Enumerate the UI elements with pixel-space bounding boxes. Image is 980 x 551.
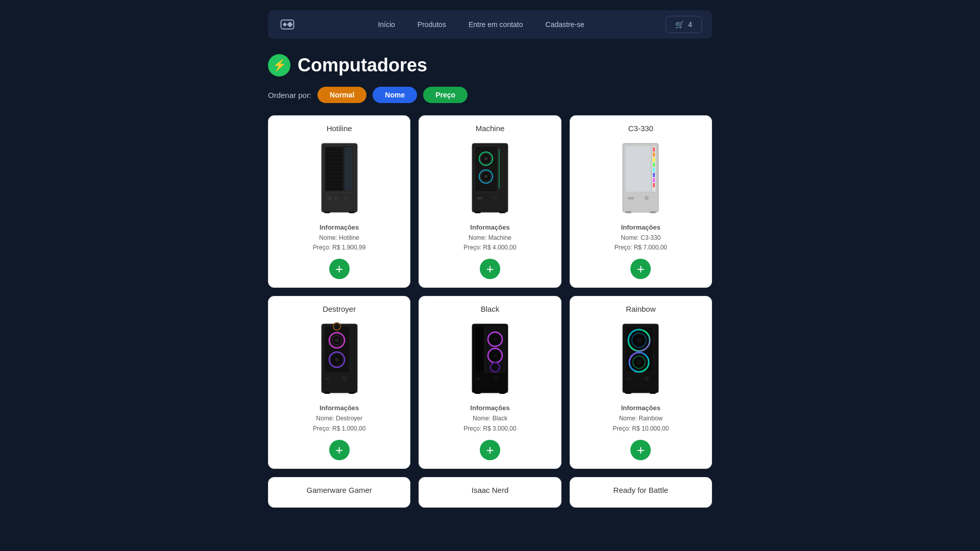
product-image-c3330 — [602, 137, 679, 218]
sort-preco-button[interactable]: Preço — [423, 87, 468, 103]
svg-rect-40 — [477, 197, 482, 199]
product-image-black — [452, 317, 528, 399]
svg-point-74 — [342, 377, 347, 381]
product-detail-name-black: Nome: Black — [473, 414, 507, 423]
product-info-hotiline: Informações — [320, 223, 359, 231]
product-detail-name-destroyer: Nome: Destroyer — [316, 414, 362, 423]
product-detail-price-destroyer: Preço: R$ 1.000,00 — [313, 424, 365, 434]
product-image-machine — [452, 137, 528, 218]
svg-point-103 — [636, 360, 642, 365]
svg-rect-73 — [325, 378, 330, 380]
svg-rect-93 — [499, 392, 505, 394]
product-card-gamerware: Gamerware Gamer — [268, 477, 410, 508]
product-name-gamerware: Gamerware Gamer — [306, 486, 372, 494]
svg-rect-24 — [334, 197, 337, 200]
product-card-hotiline: Hotiline — [268, 115, 410, 288]
svg-rect-55 — [653, 183, 655, 187]
product-card-isaac: Isaac Nerd — [419, 477, 561, 508]
product-detail-price-c3330: Preço: R$ 7.000,00 — [615, 243, 667, 253]
add-machine-button[interactable]: + — [480, 259, 500, 279]
cart-icon: 🛒 — [675, 20, 684, 29]
product-detail-price-machine: Preço: R$ 4.000,00 — [463, 243, 516, 253]
product-grid: Hotiline — [268, 115, 712, 508]
svg-rect-42 — [475, 211, 481, 213]
product-info-rainbow: Informações — [621, 404, 660, 412]
svg-rect-23 — [327, 197, 332, 200]
add-black-button[interactable]: + — [480, 440, 500, 460]
svg-rect-92 — [475, 392, 481, 394]
svg-point-32 — [484, 157, 487, 160]
svg-rect-58 — [625, 211, 631, 213]
svg-point-107 — [645, 377, 649, 381]
svg-point-91 — [494, 377, 498, 381]
product-detail-price-rainbow: Preço: R$ 10.000,00 — [612, 424, 669, 434]
navbar: Início Produtos Entre em contato Cadastr… — [268, 10, 712, 39]
svg-rect-56 — [628, 197, 634, 199]
add-destroyer-button[interactable]: + — [329, 440, 350, 460]
product-detail-name-hotiline: Nome: Hotiline — [319, 233, 359, 243]
svg-rect-75 — [324, 392, 330, 394]
svg-rect-50 — [653, 158, 655, 162]
svg-rect-49 — [653, 153, 655, 157]
nav-links: Início Produtos Entre em contato Cadastr… — [369, 16, 593, 33]
page-header: ⚡ Computadores — [268, 54, 712, 77]
product-image-rainbow — [602, 317, 679, 399]
svg-rect-108 — [625, 392, 631, 394]
nav-inicio[interactable]: Início — [369, 16, 404, 33]
svg-rect-76 — [349, 392, 355, 394]
svg-point-57 — [645, 196, 649, 200]
svg-rect-90 — [476, 378, 481, 380]
product-detail-name-machine: Nome: Machine — [469, 233, 511, 243]
svg-point-98 — [636, 337, 642, 343]
page-title: Computadores — [298, 55, 427, 76]
nav-produtos[interactable]: Produtos — [408, 16, 455, 33]
product-name-ready: Ready for Battle — [614, 486, 669, 494]
svg-point-69 — [335, 358, 339, 362]
svg-rect-26 — [324, 211, 330, 213]
add-c3330-button[interactable]: + — [630, 259, 651, 279]
sort-bar: Ordenar por: Normal Nome Preço — [268, 87, 712, 103]
product-image-hotiline — [301, 137, 378, 218]
svg-point-36 — [484, 175, 487, 178]
product-name-c3330: C3-330 — [628, 124, 653, 133]
svg-rect-46 — [625, 146, 651, 192]
product-name-hotiline: Hotiline — [327, 124, 352, 133]
product-name-destroyer: Destroyer — [323, 305, 356, 313]
svg-point-71 — [333, 322, 341, 331]
product-name-rainbow: Rainbow — [626, 305, 655, 313]
add-rainbow-button[interactable]: + — [630, 440, 651, 460]
sort-normal-button[interactable]: Normal — [317, 87, 366, 103]
product-card-destroyer: Destroyer — [268, 296, 410, 468]
sort-nome-button[interactable]: Nome — [373, 87, 417, 103]
product-info-black: Informações — [470, 404, 509, 412]
bolt-icon: ⚡ — [273, 59, 286, 72]
nav-contato[interactable]: Entre em contato — [459, 16, 532, 33]
product-card-machine: Machine — [419, 115, 561, 288]
product-card-ready: Ready for Battle — [570, 477, 712, 508]
svg-rect-39 — [499, 149, 500, 188]
svg-point-86 — [493, 354, 497, 358]
logo-button[interactable] — [278, 15, 297, 34]
svg-rect-59 — [650, 211, 656, 213]
svg-rect-106 — [626, 378, 631, 380]
product-card-rainbow: Rainbow — [570, 296, 712, 468]
svg-point-41 — [493, 196, 497, 200]
add-hotiline-button[interactable]: + — [329, 259, 350, 279]
cart-button[interactable]: 🛒 4 — [666, 16, 702, 33]
svg-point-25 — [344, 197, 347, 200]
svg-rect-53 — [653, 173, 655, 177]
svg-rect-79 — [475, 327, 484, 372]
svg-rect-52 — [653, 168, 655, 172]
page-icon-wrapper: ⚡ — [268, 54, 290, 77]
product-name-black: Black — [481, 305, 500, 313]
svg-rect-43 — [499, 211, 505, 213]
svg-rect-10 — [325, 147, 343, 191]
svg-rect-48 — [653, 147, 655, 152]
product-card-black: Black — [419, 296, 561, 468]
nav-cadastro[interactable]: Cadastre-se — [536, 16, 594, 33]
product-info-c3330: Informações — [621, 223, 660, 231]
product-card-c3330: C3-330 — [570, 115, 712, 288]
cart-count: 4 — [688, 20, 692, 29]
sort-label: Ordenar por: — [268, 91, 311, 99]
product-name-machine: Machine — [476, 124, 505, 133]
